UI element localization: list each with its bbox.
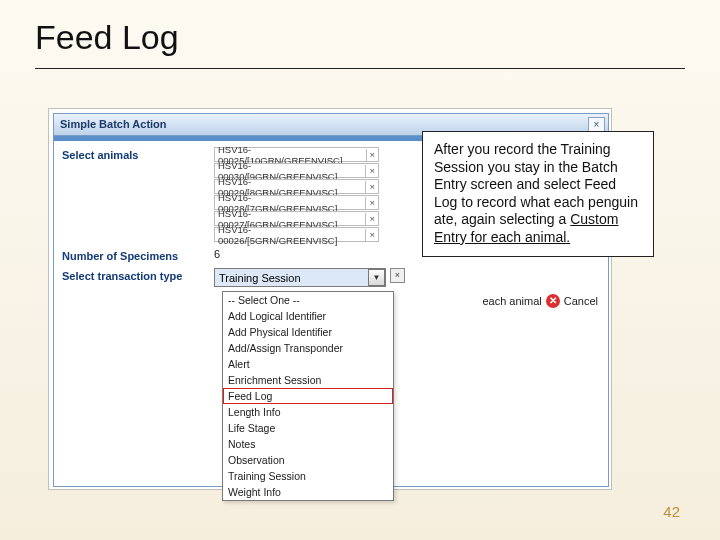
each-animal-label: each animal (482, 295, 541, 307)
num-specimens-value: 6 (214, 248, 220, 260)
remove-chip-icon[interactable]: × (365, 165, 378, 177)
transaction-type-dropdown: -- Select One --Add Logical IdentifierAd… (222, 291, 394, 501)
dialog-title-text: Simple Batch Action (54, 118, 167, 130)
transaction-type-label: Select transaction type (62, 268, 214, 282)
page-title: Feed Log (35, 18, 179, 57)
chevron-down-icon[interactable]: ▼ (368, 269, 385, 286)
annotation-callout: After you record the Training Session yo… (422, 131, 654, 257)
remove-chip-icon[interactable]: × (365, 181, 378, 193)
dropdown-option[interactable]: Training Session (223, 468, 393, 484)
cancel-icon[interactable]: ✕ (546, 294, 560, 308)
dropdown-option[interactable]: Observation (223, 452, 393, 468)
cancel-label[interactable]: Cancel (564, 295, 598, 307)
title-underline (35, 68, 685, 69)
animals-chip-list: HSV16-00025/[10GRN/GREENVISC]×HSV16-0003… (214, 147, 379, 242)
animal-chip-label: HSV16-00026/[5GRN/GREENVISC] (218, 224, 365, 246)
action-bar: each animal ✕ Cancel (482, 294, 598, 308)
remove-chip-icon[interactable]: × (365, 229, 378, 241)
dropdown-option[interactable]: Length Info (223, 404, 393, 420)
dropdown-option[interactable]: Alert (223, 356, 393, 372)
dropdown-option[interactable]: Add Logical Identifier (223, 308, 393, 324)
dropdown-option[interactable]: -- Select One -- (223, 292, 393, 308)
dropdown-option[interactable]: Feed Log (223, 388, 393, 404)
transaction-type-value: Training Session (215, 269, 368, 286)
remove-chip-icon[interactable]: × (365, 213, 378, 225)
dropdown-option[interactable]: Weight Info (223, 484, 393, 500)
page-number: 42 (663, 503, 680, 520)
dropdown-option[interactable]: Enrichment Session (223, 372, 393, 388)
dropdown-option[interactable]: Life Stage (223, 420, 393, 436)
select-animals-label: Select animals (62, 147, 214, 161)
remove-chip-icon[interactable]: × (366, 149, 378, 161)
dropdown-option[interactable]: Add Physical Identifier (223, 324, 393, 340)
clear-select-icon[interactable]: × (390, 268, 405, 283)
transaction-type-select[interactable]: Training Session ▼ (214, 268, 386, 287)
num-specimens-label: Number of Specimens (62, 248, 214, 262)
remove-chip-icon[interactable]: × (365, 197, 378, 209)
dropdown-option[interactable]: Add/Assign Transponder (223, 340, 393, 356)
animal-chip: HSV16-00026/[5GRN/GREENVISC]× (214, 227, 379, 242)
dropdown-option[interactable]: Notes (223, 436, 393, 452)
